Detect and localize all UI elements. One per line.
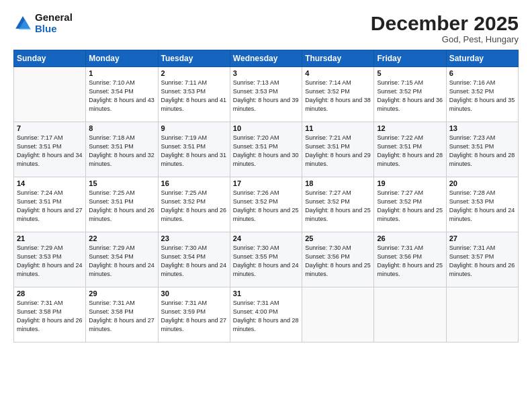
day-number: 18	[305, 179, 371, 187]
day-number: 24	[233, 234, 299, 242]
cell-2-2: 16 Sunrise: 7:25 AMSunset: 3:52 PMDaylig…	[158, 177, 230, 232]
day-info: Sunrise: 7:26 AMSunset: 3:52 PMDaylight:…	[233, 189, 299, 222]
day-number: 8	[89, 124, 154, 132]
cell-2-4: 18 Sunrise: 7:27 AMSunset: 3:52 PMDaylig…	[302, 177, 374, 232]
day-number: 3	[233, 69, 299, 77]
page: General Blue December 2025 God, Pest, Hu…	[0, 0, 532, 411]
cell-1-0: 7 Sunrise: 7:17 AMSunset: 3:51 PMDayligh…	[14, 122, 86, 177]
cell-0-3: 3 Sunrise: 7:13 AMSunset: 3:53 PMDayligh…	[230, 67, 302, 122]
logo-text-general: General	[35, 12, 73, 24]
day-info: Sunrise: 7:30 AMSunset: 3:54 PMDaylight:…	[161, 244, 227, 277]
day-info: Sunrise: 7:29 AMSunset: 3:54 PMDaylight:…	[89, 244, 154, 277]
day-info: Sunrise: 7:31 AMSunset: 4:00 PMDaylight:…	[233, 300, 299, 332]
col-monday: Monday	[86, 50, 158, 67]
day-number: 5	[377, 69, 443, 77]
day-number: 10	[233, 124, 299, 132]
day-info: Sunrise: 7:27 AMSunset: 3:52 PMDaylight:…	[377, 189, 443, 222]
col-thursday: Thursday	[302, 50, 374, 67]
day-number: 2	[161, 69, 227, 77]
cell-0-2: 2 Sunrise: 7:11 AMSunset: 3:53 PMDayligh…	[158, 67, 230, 122]
col-sunday: Sunday	[14, 50, 86, 67]
cell-4-6	[446, 287, 518, 342]
week-row-4: 28 Sunrise: 7:31 AMSunset: 3:58 PMDaylig…	[14, 287, 519, 342]
logo-text-blue: Blue	[35, 24, 73, 35]
day-number: 22	[89, 234, 154, 242]
day-info: Sunrise: 7:28 AMSunset: 3:53 PMDaylight:…	[449, 189, 515, 222]
day-number: 20	[449, 179, 515, 187]
day-number: 14	[17, 179, 83, 187]
cell-4-2: 30 Sunrise: 7:31 AMSunset: 3:59 PMDaylig…	[158, 287, 230, 342]
week-row-0: 1 Sunrise: 7:10 AMSunset: 3:54 PMDayligh…	[14, 67, 519, 122]
cell-2-6: 20 Sunrise: 7:28 AMSunset: 3:53 PMDaylig…	[446, 177, 518, 232]
day-number: 13	[449, 124, 515, 132]
month-title: December 2025	[371, 12, 519, 34]
day-info: Sunrise: 7:30 AMSunset: 3:56 PMDaylight:…	[305, 244, 371, 277]
day-number: 12	[377, 124, 443, 132]
day-info: Sunrise: 7:20 AMSunset: 3:51 PMDaylight:…	[233, 134, 299, 167]
cell-3-1: 22 Sunrise: 7:29 AMSunset: 3:54 PMDaylig…	[86, 232, 158, 287]
logo-icon	[13, 14, 32, 33]
day-info: Sunrise: 7:17 AMSunset: 3:51 PMDaylight:…	[17, 134, 83, 167]
cell-3-5: 26 Sunrise: 7:31 AMSunset: 3:56 PMDaylig…	[374, 232, 446, 287]
day-info: Sunrise: 7:13 AMSunset: 3:53 PMDaylight:…	[233, 79, 299, 112]
week-row-3: 21 Sunrise: 7:29 AMSunset: 3:53 PMDaylig…	[14, 232, 519, 287]
cell-1-4: 11 Sunrise: 7:21 AMSunset: 3:51 PMDaylig…	[302, 122, 374, 177]
day-info: Sunrise: 7:18 AMSunset: 3:51 PMDaylight:…	[89, 134, 154, 167]
cell-2-0: 14 Sunrise: 7:24 AMSunset: 3:51 PMDaylig…	[14, 177, 86, 232]
day-info: Sunrise: 7:21 AMSunset: 3:51 PMDaylight:…	[305, 134, 371, 167]
day-number: 19	[377, 179, 443, 187]
calendar-header-row: Sunday Monday Tuesday Wednesday Thursday…	[14, 50, 519, 67]
cell-3-2: 23 Sunrise: 7:30 AMSunset: 3:54 PMDaylig…	[158, 232, 230, 287]
day-info: Sunrise: 7:29 AMSunset: 3:53 PMDaylight:…	[17, 244, 83, 277]
cell-1-5: 12 Sunrise: 7:22 AMSunset: 3:51 PMDaylig…	[374, 122, 446, 177]
logo: General Blue	[13, 12, 73, 34]
day-info: Sunrise: 7:31 AMSunset: 3:58 PMDaylight:…	[89, 300, 154, 332]
col-tuesday: Tuesday	[158, 50, 230, 67]
day-number: 30	[161, 289, 227, 298]
day-info: Sunrise: 7:11 AMSunset: 3:53 PMDaylight:…	[161, 79, 227, 112]
day-number: 1	[89, 69, 154, 77]
day-number: 7	[17, 124, 83, 132]
day-info: Sunrise: 7:27 AMSunset: 3:52 PMDaylight:…	[305, 189, 371, 222]
day-number: 25	[305, 234, 371, 242]
cell-0-5: 5 Sunrise: 7:15 AMSunset: 3:52 PMDayligh…	[374, 67, 446, 122]
cell-1-3: 10 Sunrise: 7:20 AMSunset: 3:51 PMDaylig…	[230, 122, 302, 177]
week-row-1: 7 Sunrise: 7:17 AMSunset: 3:51 PMDayligh…	[14, 122, 519, 177]
day-number: 15	[89, 179, 154, 187]
calendar: Sunday Monday Tuesday Wednesday Thursday…	[13, 50, 519, 342]
day-info: Sunrise: 7:23 AMSunset: 3:51 PMDaylight:…	[449, 134, 515, 167]
day-info: Sunrise: 7:15 AMSunset: 3:52 PMDaylight:…	[377, 79, 443, 112]
day-number: 31	[233, 289, 299, 298]
day-number: 29	[89, 289, 154, 298]
cell-1-1: 8 Sunrise: 7:18 AMSunset: 3:51 PMDayligh…	[86, 122, 158, 177]
header: General Blue December 2025 God, Pest, Hu…	[13, 12, 519, 44]
day-number: 26	[377, 234, 443, 242]
day-info: Sunrise: 7:16 AMSunset: 3:52 PMDaylight:…	[449, 79, 515, 112]
cell-4-1: 29 Sunrise: 7:31 AMSunset: 3:58 PMDaylig…	[86, 287, 158, 342]
day-info: Sunrise: 7:10 AMSunset: 3:54 PMDaylight:…	[89, 79, 154, 112]
day-number: 27	[449, 234, 515, 242]
day-info: Sunrise: 7:25 AMSunset: 3:52 PMDaylight:…	[161, 189, 227, 222]
cell-2-3: 17 Sunrise: 7:26 AMSunset: 3:52 PMDaylig…	[230, 177, 302, 232]
day-number: 23	[161, 234, 227, 242]
week-row-2: 14 Sunrise: 7:24 AMSunset: 3:51 PMDaylig…	[14, 177, 519, 232]
day-info: Sunrise: 7:22 AMSunset: 3:51 PMDaylight:…	[377, 134, 443, 167]
day-number: 21	[17, 234, 83, 242]
day-info: Sunrise: 7:31 AMSunset: 3:59 PMDaylight:…	[161, 300, 227, 332]
cell-0-1: 1 Sunrise: 7:10 AMSunset: 3:54 PMDayligh…	[86, 67, 158, 122]
cell-2-5: 19 Sunrise: 7:27 AMSunset: 3:52 PMDaylig…	[374, 177, 446, 232]
location: God, Pest, Hungary	[371, 34, 519, 44]
day-info: Sunrise: 7:31 AMSunset: 3:57 PMDaylight:…	[449, 244, 515, 277]
cell-4-5	[374, 287, 446, 342]
cell-1-2: 9 Sunrise: 7:19 AMSunset: 3:51 PMDayligh…	[158, 122, 230, 177]
cell-3-3: 24 Sunrise: 7:30 AMSunset: 3:55 PMDaylig…	[230, 232, 302, 287]
day-info: Sunrise: 7:31 AMSunset: 3:58 PMDaylight:…	[17, 300, 83, 332]
day-info: Sunrise: 7:30 AMSunset: 3:55 PMDaylight:…	[233, 244, 299, 277]
cell-1-6: 13 Sunrise: 7:23 AMSunset: 3:51 PMDaylig…	[446, 122, 518, 177]
cell-0-6: 6 Sunrise: 7:16 AMSunset: 3:52 PMDayligh…	[446, 67, 518, 122]
col-friday: Friday	[374, 50, 446, 67]
day-info: Sunrise: 7:25 AMSunset: 3:51 PMDaylight:…	[89, 189, 154, 222]
day-info: Sunrise: 7:24 AMSunset: 3:51 PMDaylight:…	[17, 189, 83, 222]
day-number: 28	[17, 289, 83, 298]
col-wednesday: Wednesday	[230, 50, 302, 67]
